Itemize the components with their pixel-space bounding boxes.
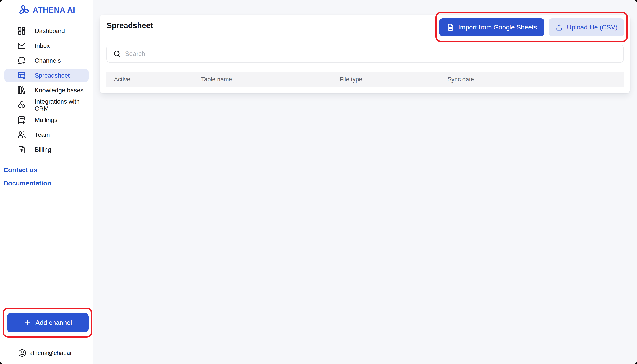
library-icon xyxy=(17,86,26,95)
sidebar-item-label: Team xyxy=(35,131,50,138)
search-bar xyxy=(106,44,624,63)
sidebar-item-spreadsheet[interactable]: Spreadsheet xyxy=(4,69,89,82)
add-channel-button[interactable]: Add channel xyxy=(7,313,88,332)
sidebar-item-label: Spreadsheet xyxy=(35,72,70,79)
sidebar-item-billing[interactable]: Billing xyxy=(4,143,89,156)
sidebar-item-knowledge-bases[interactable]: Knowledge bases xyxy=(4,84,89,97)
hexagons-icon xyxy=(17,100,26,110)
sidebar-item-label: Inbox xyxy=(35,42,50,49)
sidebar-item-label: Dashboard xyxy=(35,28,65,34)
upload-csv-button[interactable]: Upload file (CSV) xyxy=(549,18,624,36)
plus-icon xyxy=(24,319,31,326)
dashboard-icon xyxy=(17,26,26,36)
column-header-file-type: File type xyxy=(340,76,448,83)
search-input[interactable] xyxy=(125,46,623,62)
page-title: Spreadsheet xyxy=(107,21,153,30)
sidebar-nav: Dashboard Inbox xyxy=(0,24,93,156)
brand-logo: ATHENA AI xyxy=(0,4,93,16)
sidebar-item-label: Billing xyxy=(35,146,51,153)
sidebar-item-label: Mailings xyxy=(35,116,57,124)
channel-plus-icon xyxy=(17,56,26,65)
app-window: ATHENA AI Dashboard xyxy=(0,0,637,364)
account-email: athena@chat.ai xyxy=(29,350,71,356)
sidebar-item-label: Integrations with CRM xyxy=(35,98,89,112)
sidebar-item-channels[interactable]: Channels xyxy=(4,54,89,67)
import-button-label: Import from Google Sheets xyxy=(458,24,537,31)
import-google-sheets-button[interactable]: Import from Google Sheets xyxy=(439,18,544,36)
sidebar-item-mailings[interactable]: Mailings xyxy=(4,113,89,127)
brand-name: ATHENA AI xyxy=(33,6,76,14)
sidebar: ATHENA AI Dashboard xyxy=(0,0,93,364)
user-circle-icon xyxy=(18,348,26,358)
mail-icon xyxy=(17,41,26,50)
sidebar-item-integrations-crm[interactable]: Integrations with CRM xyxy=(4,98,89,112)
account-row[interactable]: athena@chat.ai xyxy=(18,348,71,358)
sidebar-item-inbox[interactable]: Inbox xyxy=(4,39,89,52)
add-channel-label: Add channel xyxy=(36,319,72,326)
search-icon xyxy=(113,50,121,58)
documentation-link[interactable]: Documentation xyxy=(4,180,93,186)
upload-icon xyxy=(555,24,563,31)
mailings-icon xyxy=(17,115,26,124)
team-icon xyxy=(17,130,26,140)
sidebar-links: Contact us Documentation xyxy=(0,166,93,186)
sidebar-item-label: Knowledge bases xyxy=(35,87,84,94)
sidebar-item-dashboard[interactable]: Dashboard xyxy=(4,24,89,38)
billing-icon xyxy=(17,145,26,154)
column-header-table-name: Table name xyxy=(201,76,340,83)
contact-us-link[interactable]: Contact us xyxy=(4,166,93,173)
column-header-active: Active xyxy=(114,76,201,83)
spreadsheet-icon xyxy=(17,71,26,80)
table-header-row: Active Table name File type Sync date xyxy=(106,72,624,87)
athena-knot-icon xyxy=(18,4,30,16)
file-spreadsheet-icon xyxy=(447,24,454,31)
upload-button-label: Upload file (CSV) xyxy=(567,24,618,31)
column-header-sync-date: Sync date xyxy=(448,76,624,83)
sidebar-item-team[interactable]: Team xyxy=(4,128,89,142)
sidebar-item-label: Channels xyxy=(35,57,61,64)
